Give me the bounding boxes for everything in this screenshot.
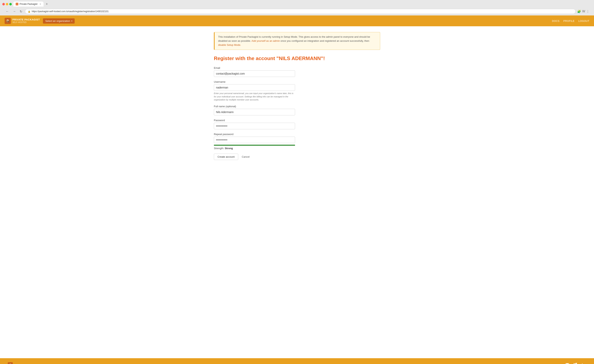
email-label: Email bbox=[214, 66, 380, 69]
forward-button[interactable]: → bbox=[12, 9, 17, 13]
profile-link[interactable]: PROFILE bbox=[563, 20, 575, 22]
browser-tab[interactable]: Private Packagist ✕ bbox=[13, 1, 43, 7]
twitter-icon[interactable] bbox=[573, 362, 578, 364]
browser-titlebar: Private Packagist ✕ + bbox=[2, 1, 592, 7]
org-dropdown-label: Select an organization bbox=[45, 20, 70, 22]
footer-brand: 📦 PRIVATE PACKAGIST bbox=[8, 362, 38, 364]
navbar: 📦 PRIVATE PACKAGIST Self-Hosted Select a… bbox=[0, 15, 594, 26]
org-dropdown-button[interactable]: Select an organization ▾ bbox=[43, 18, 75, 24]
new-tab-button[interactable]: + bbox=[45, 2, 49, 6]
refresh-button[interactable]: ↻ bbox=[19, 9, 23, 14]
tab-favicon bbox=[16, 3, 18, 5]
minimize-dot[interactable] bbox=[6, 3, 8, 5]
extensions-button[interactable]: 🧩 bbox=[577, 10, 581, 13]
email-field[interactable] bbox=[214, 70, 295, 77]
browser-action-buttons: 🧩 W ⋮ bbox=[577, 10, 589, 13]
about-link[interactable]: About bbox=[42, 364, 48, 364]
browser-dots bbox=[2, 3, 12, 5]
fullname-field[interactable] bbox=[214, 109, 295, 115]
alert-text-middle: once you configured an integration and r… bbox=[281, 40, 369, 42]
mail-icon[interactable] bbox=[565, 362, 570, 364]
back-button[interactable]: ← bbox=[5, 9, 10, 13]
fullname-group: Full name (optional) bbox=[214, 105, 380, 115]
browser-chrome: Private Packagist ✕ + ← → ↻ 🔒 https://pa… bbox=[0, 0, 594, 15]
cancel-button[interactable]: Cancel bbox=[241, 154, 251, 160]
strength-value: Strong bbox=[225, 147, 233, 150]
password-label: Password bbox=[214, 119, 380, 122]
username-hint: Enter your personal name/email, you can … bbox=[214, 92, 295, 101]
chevron-down-icon: ▾ bbox=[71, 20, 72, 22]
add-admin-link[interactable]: Add yourself as an admin bbox=[252, 40, 280, 42]
footer-right bbox=[565, 362, 586, 364]
strength-text: Strength: Strong bbox=[214, 147, 380, 150]
username-label: Username bbox=[214, 80, 380, 83]
url-text: https://packagist-self-hosted.com.lo/oau… bbox=[32, 10, 109, 13]
profile-button[interactable]: W bbox=[582, 10, 585, 13]
footer-left: 📦 PRIVATE PACKAGIST About bbox=[8, 362, 48, 364]
address-bar[interactable]: 🔒 https://packagist-self-hosted.com.lo/o… bbox=[25, 9, 576, 14]
page-heading: Register with the account "NILS ADERMANN… bbox=[214, 55, 380, 62]
strength-bar bbox=[214, 145, 295, 146]
repeat-password-label: Repeat password bbox=[214, 133, 380, 136]
tab-close-button[interactable]: ✕ bbox=[40, 3, 41, 5]
logout-link[interactable]: LOGOUT bbox=[578, 20, 589, 22]
main-content: This installation of Private Packagist i… bbox=[210, 26, 384, 166]
strength-bar-container bbox=[214, 145, 295, 146]
footer: 📦 PRIVATE PACKAGIST About bbox=[0, 358, 594, 364]
navbar-brand: 📦 PRIVATE PACKAGIST Self-Hosted bbox=[5, 18, 40, 24]
email-group: Email bbox=[214, 66, 380, 77]
fullname-label: Full name (optional) bbox=[214, 105, 380, 108]
setup-mode-alert: This installation of Private Packagist i… bbox=[214, 32, 380, 50]
username-field[interactable] bbox=[214, 84, 295, 91]
tab-title: Private Packagist bbox=[20, 3, 38, 5]
password-group: Password bbox=[214, 119, 380, 129]
close-dot[interactable] bbox=[2, 3, 5, 5]
brand-name: PRIVATE PACKAGIST bbox=[12, 18, 40, 21]
brand-text: PRIVATE PACKAGIST Self-Hosted bbox=[12, 18, 40, 24]
registration-form: Email Username Enter your personal name/… bbox=[214, 66, 380, 160]
username-group: Username Enter your personal name/email,… bbox=[214, 80, 380, 101]
navbar-right: DOCS PROFILE LOGOUT bbox=[552, 20, 589, 22]
navbar-left: 📦 PRIVATE PACKAGIST Self-Hosted Select a… bbox=[5, 18, 75, 24]
menu-button[interactable]: ⋮ bbox=[586, 10, 589, 13]
docs-link[interactable]: DOCS bbox=[552, 20, 560, 22]
repeat-password-field[interactable] bbox=[214, 137, 295, 143]
browser-addressbar: ← → ↻ 🔒 https://packagist-self-hosted.co… bbox=[2, 8, 592, 15]
password-field[interactable] bbox=[214, 123, 295, 129]
form-buttons: Create account Cancel bbox=[214, 154, 380, 160]
brand-sub: Self-Hosted bbox=[12, 21, 40, 24]
create-account-button[interactable]: Create account bbox=[214, 154, 238, 160]
footer-brand-icon: 📦 bbox=[8, 362, 13, 364]
linkedin-icon[interactable] bbox=[581, 362, 586, 364]
repeat-password-group: Repeat password Strength: Strong bbox=[214, 133, 380, 150]
strength-label: Strength: bbox=[214, 147, 224, 150]
brand-icon: 📦 bbox=[5, 18, 11, 24]
lock-icon: 🔒 bbox=[28, 10, 31, 13]
disable-setup-link[interactable]: disable Setup Mode. bbox=[218, 43, 241, 46]
app-wrapper: 📦 PRIVATE PACKAGIST Self-Hosted Select a… bbox=[0, 15, 594, 358]
maximize-dot[interactable] bbox=[9, 3, 12, 5]
